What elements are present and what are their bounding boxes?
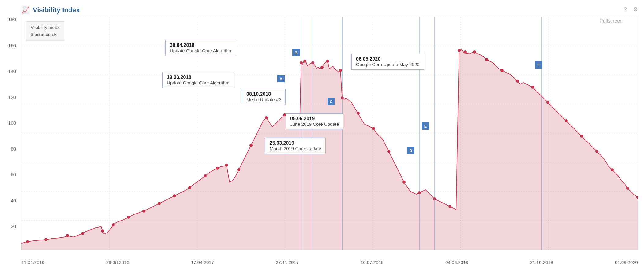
annotation-marker-c: C <box>328 98 335 105</box>
svg-point-23 <box>127 216 130 219</box>
y-label-140: 140 <box>8 69 16 74</box>
svg-point-22 <box>112 223 115 226</box>
svg-point-36 <box>303 60 306 63</box>
svg-point-49 <box>458 49 461 52</box>
y-label-40: 40 <box>11 198 16 203</box>
annotation-marker-d: D <box>407 147 414 154</box>
chart-controls: ? ⚙ <box>624 6 638 13</box>
svg-point-59 <box>595 150 598 153</box>
svg-point-52 <box>485 58 488 61</box>
chart-svg <box>21 17 638 250</box>
svg-point-43 <box>372 127 375 130</box>
svg-point-54 <box>516 80 519 83</box>
svg-point-31 <box>237 168 240 171</box>
svg-point-19 <box>66 234 69 237</box>
annotation-a-date: 19.03.2018 <box>167 75 229 80</box>
svg-point-33 <box>265 116 268 119</box>
svg-point-57 <box>565 119 568 122</box>
svg-point-60 <box>611 168 614 171</box>
annotation-c-event: Medic Update #2 <box>246 97 281 102</box>
x-axis: 11.01.2016 29.08.2016 17.04.2017 27.11.2… <box>21 260 638 265</box>
annotation-f-event: Google Core Update May 2020 <box>356 62 420 67</box>
y-label-120: 120 <box>8 95 16 100</box>
y-label-60: 60 <box>11 172 16 177</box>
annotation-e-date: 05.06.2019 <box>290 116 339 121</box>
x-label-3: 27.11.2017 <box>276 260 299 265</box>
svg-point-42 <box>357 112 360 115</box>
svg-point-50 <box>464 50 467 54</box>
chart-title-text: Visibility Index <box>33 6 80 14</box>
svg-point-53 <box>500 69 504 72</box>
annotation-b-date: 30.04.2018 <box>170 43 232 48</box>
svg-point-56 <box>546 101 549 104</box>
y-label-160: 160 <box>8 43 16 48</box>
chart-header: 📈 Visibility Index ? ⚙ <box>21 6 638 14</box>
annotation-box-a: 19.03.2018 Update Google Core Algorithm <box>162 72 234 88</box>
annotation-marker-a: A <box>277 75 285 82</box>
annotation-a-event: Update Google Core Algorithm <box>167 80 229 85</box>
svg-point-48 <box>448 205 451 208</box>
svg-point-40 <box>339 69 342 72</box>
x-label-2: 17.04.2017 <box>191 260 214 265</box>
help-button[interactable]: ? <box>624 6 627 13</box>
svg-point-18 <box>44 238 47 241</box>
svg-point-27 <box>188 186 191 189</box>
y-label-80: 80 <box>11 146 16 151</box>
annotation-e-event: June 2019 Core Update <box>290 121 339 127</box>
annotation-box-e: 05.06.2019 June 2019 Core Update <box>286 113 343 129</box>
annotation-d-event: March 2019 Core Update <box>270 146 321 151</box>
y-label-180: 180 <box>8 17 16 22</box>
x-label-4: 16.07.2018 <box>361 260 384 265</box>
svg-point-26 <box>173 194 176 197</box>
annotation-box-c: 08.10.2018 Medic Update #2 <box>242 89 286 105</box>
svg-point-29 <box>216 167 219 170</box>
annotation-marker-e: E <box>422 122 429 130</box>
annotation-f-date: 06.05.2020 <box>356 56 420 62</box>
svg-point-58 <box>580 135 583 138</box>
svg-point-44 <box>387 150 390 153</box>
annotation-marker-f: F <box>535 61 542 69</box>
annotation-box-f: 06.05.2020 Google Core Update May 2020 <box>351 54 424 70</box>
svg-point-17 <box>26 240 29 243</box>
svg-point-32 <box>249 144 253 147</box>
svg-point-30 <box>225 164 228 167</box>
svg-point-24 <box>142 210 145 213</box>
annotation-box-d: 25.03.2019 March 2019 Core Update <box>265 138 326 154</box>
annotation-marker-b: B <box>292 49 300 56</box>
x-label-1: 29.08.2016 <box>106 260 129 265</box>
svg-point-51 <box>473 50 476 54</box>
svg-point-55 <box>531 86 534 89</box>
annotation-d-date: 25.03.2019 <box>270 140 321 146</box>
y-label-20: 20 <box>11 224 16 229</box>
svg-point-39 <box>326 60 329 63</box>
svg-point-21 <box>101 229 104 233</box>
y-axis: 180 160 140 120 100 80 60 40 20 <box>0 17 18 250</box>
annotation-box-b: 30.04.2018 Update Google Core Algorithm <box>165 40 237 56</box>
annotation-c-date: 08.10.2018 <box>246 91 281 97</box>
chart-container: 📈 Visibility Index ? ⚙ Fullscreen Visibi… <box>0 0 644 268</box>
y-label-100: 100 <box>8 120 16 125</box>
x-label-6: 21.10.2019 <box>530 260 553 265</box>
svg-point-45 <box>402 181 406 184</box>
svg-point-28 <box>204 174 207 177</box>
annotation-b-event: Update Google Core Algorithm <box>170 48 232 53</box>
svg-point-25 <box>158 202 161 205</box>
svg-point-61 <box>626 187 629 190</box>
chart-icon: 📈 <box>21 6 30 14</box>
x-label-0: 11.01.2016 <box>21 260 44 265</box>
x-label-5: 04.03.2019 <box>445 260 468 265</box>
svg-point-20 <box>81 232 84 235</box>
settings-button[interactable]: ⚙ <box>633 6 638 13</box>
svg-point-38 <box>320 66 324 69</box>
chart-title: 📈 Visibility Index <box>21 6 80 14</box>
x-label-7: 01.09.2020 <box>615 260 638 265</box>
